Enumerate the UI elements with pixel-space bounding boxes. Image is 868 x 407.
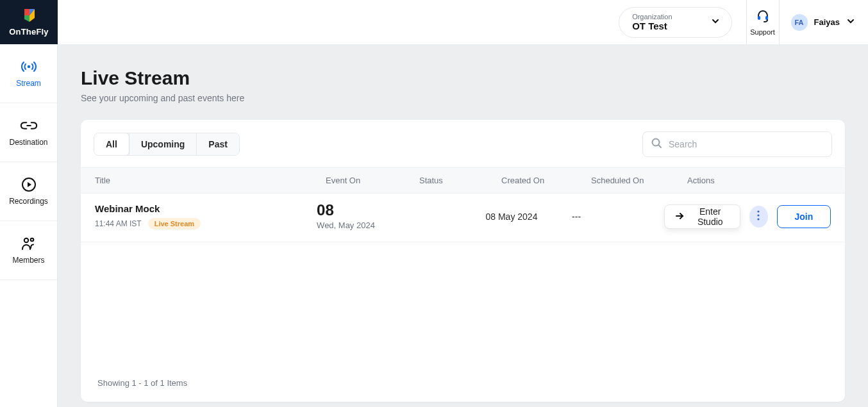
col-scheduled-on: Scheduled On bbox=[591, 176, 687, 185]
svg-point-14 bbox=[758, 218, 760, 220]
col-actions: Actions bbox=[687, 176, 831, 185]
event-date: Wed, May 2024 bbox=[317, 220, 406, 230]
user-name: Faiyas bbox=[814, 17, 840, 27]
chevron-down-icon bbox=[711, 17, 720, 28]
more-vertical-icon bbox=[757, 210, 760, 223]
link-icon bbox=[20, 119, 38, 133]
play-circle-icon bbox=[20, 178, 38, 192]
svg-marker-3 bbox=[24, 15, 29, 22]
enter-studio-label: Enter Studio bbox=[690, 206, 730, 227]
svg-marker-0 bbox=[24, 9, 29, 15]
topbar: Organization OT Test Support FA Faiyas bbox=[58, 0, 868, 44]
search-icon bbox=[651, 137, 662, 151]
filter-tabs: All Upcoming Past bbox=[94, 133, 240, 156]
tab-past[interactable]: Past bbox=[196, 133, 239, 155]
svg-point-13 bbox=[758, 214, 760, 216]
arrow-right-icon bbox=[675, 212, 684, 222]
svg-marker-6 bbox=[28, 182, 31, 187]
sidebar-item-destination[interactable]: Destination bbox=[0, 103, 57, 162]
event-time: 11:44 AM IST bbox=[95, 219, 142, 228]
brand-logo[interactable]: OnTheFly bbox=[0, 0, 58, 44]
user-menu[interactable]: FA Faiyas bbox=[780, 0, 859, 44]
event-created-on: 08 May 2024 bbox=[486, 212, 572, 222]
card-toolbar: All Upcoming Past bbox=[81, 120, 845, 167]
sidebar-item-stream[interactable]: Stream bbox=[0, 44, 57, 103]
org-name: OT Test bbox=[632, 21, 672, 31]
headset-icon bbox=[756, 9, 770, 26]
search-box[interactable] bbox=[642, 131, 832, 157]
col-created-on: Created On bbox=[501, 176, 591, 185]
people-icon bbox=[20, 237, 38, 251]
col-status: Status bbox=[419, 176, 501, 185]
col-event-on: Event On bbox=[326, 176, 419, 185]
sidebar-item-label: Destination bbox=[9, 138, 47, 147]
broadcast-icon bbox=[20, 60, 38, 74]
search-input[interactable] bbox=[669, 139, 824, 149]
table-row: Webinar Mock 11:44 AM IST Live Stream 08… bbox=[81, 194, 845, 242]
join-button[interactable]: Join bbox=[777, 205, 831, 228]
tab-upcoming[interactable]: Upcoming bbox=[129, 133, 196, 155]
support-button[interactable]: Support bbox=[746, 0, 780, 44]
content-area: Live Stream See your upcoming and past e… bbox=[58, 44, 868, 407]
org-label: Organization bbox=[632, 13, 672, 21]
col-title: Title bbox=[95, 176, 326, 185]
svg-point-7 bbox=[24, 238, 28, 242]
tab-all[interactable]: All bbox=[94, 133, 129, 156]
avatar: FA bbox=[791, 14, 808, 31]
enter-studio-button[interactable]: Enter Studio bbox=[664, 204, 740, 229]
sidebar-nav: Stream Destination Recordings bbox=[0, 44, 57, 280]
sidebar: OnTheFly Stream bbox=[0, 0, 58, 407]
sidebar-item-label: Recordings bbox=[9, 197, 48, 206]
page-title: Live Stream bbox=[81, 67, 845, 89]
svg-rect-9 bbox=[758, 16, 760, 20]
brand-name: OnTheFly bbox=[9, 27, 49, 37]
table-empty-space bbox=[81, 242, 845, 368]
row-more-menu[interactable] bbox=[749, 206, 768, 228]
chevron-down-icon bbox=[846, 17, 855, 28]
event-title: Webinar Mock bbox=[95, 203, 317, 214]
svg-point-4 bbox=[27, 65, 29, 67]
status-badge: Live Stream bbox=[148, 218, 201, 229]
table-header: Title Event On Status Created On Schedul… bbox=[81, 167, 845, 194]
events-card: All Upcoming Past Title Event On Status … bbox=[81, 120, 845, 402]
sidebar-item-recordings[interactable]: Recordings bbox=[0, 162, 57, 221]
sidebar-item-members[interactable]: Members bbox=[0, 221, 57, 280]
svg-point-12 bbox=[758, 210, 760, 212]
sidebar-item-label: Stream bbox=[16, 79, 41, 88]
svg-point-8 bbox=[30, 238, 33, 241]
sidebar-item-label: Members bbox=[12, 256, 44, 265]
page-subtitle: See your upcoming and past events here bbox=[81, 93, 845, 103]
brand-mark-icon bbox=[21, 8, 37, 24]
organization-selector[interactable]: Organization OT Test bbox=[619, 7, 731, 38]
event-day: 08 bbox=[317, 203, 406, 218]
support-label: Support bbox=[750, 28, 775, 36]
event-scheduled-on: --- bbox=[572, 212, 664, 222]
table-footer: Showing 1 - 1 of 1 Items bbox=[81, 368, 845, 402]
